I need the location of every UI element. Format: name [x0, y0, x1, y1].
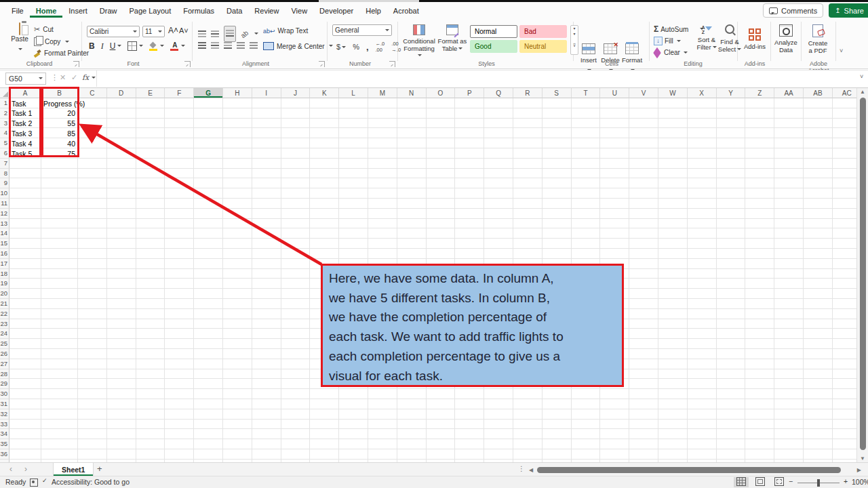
cell-B4[interactable]: 85 [41, 129, 75, 139]
orientation-button[interactable]: ab [239, 28, 250, 39]
row-header-13[interactable]: 13 [0, 219, 9, 229]
cell-B3[interactable]: 55 [41, 119, 75, 129]
cell-style-bad[interactable]: Bad [519, 25, 567, 38]
column-header-e[interactable]: E [136, 88, 165, 98]
column-header-s[interactable]: S [542, 88, 572, 98]
row-header-8[interactable]: 8 [0, 169, 9, 179]
ribbon-tab-draw[interactable]: Draw [94, 3, 123, 18]
next-sheet-icon[interactable]: › [24, 464, 27, 474]
align-left-button[interactable] [198, 42, 206, 49]
cell-A6[interactable]: Task 5 [12, 149, 32, 159]
align-right-button[interactable] [224, 42, 232, 49]
merge-center-button[interactable]: Merge & Center [263, 42, 333, 50]
format-as-table-button[interactable]: Format asTable [437, 24, 468, 52]
scroll-left-icon[interactable]: ◀ [529, 467, 533, 473]
select-all-corner[interactable] [0, 88, 9, 98]
collapse-ribbon-button[interactable]: ˅ [840, 47, 843, 54]
decrease-decimal-button[interactable]: .00→.0 [391, 41, 401, 53]
ribbon-tab-review[interactable]: Review [248, 3, 285, 18]
row-header-30[interactable]: 30 [0, 389, 9, 399]
row-header-35[interactable]: 35 [0, 439, 9, 449]
number-format-select[interactable]: General [332, 24, 392, 36]
shrink-font-button[interactable]: A˅ [179, 26, 189, 35]
format-painter-button[interactable]: Format Painter [34, 49, 89, 57]
accounting-format-button[interactable]: $ [336, 43, 346, 51]
column-header-k[interactable]: K [310, 88, 339, 98]
font-size-select[interactable]: 11 [142, 26, 165, 37]
column-header-w[interactable]: W [658, 88, 688, 98]
row-header-16[interactable]: 16 [0, 249, 9, 259]
column-header-i[interactable]: I [252, 88, 281, 98]
row-header-31[interactable]: 31 [0, 399, 9, 409]
scroll-up-icon[interactable]: ▲ [860, 89, 865, 95]
row-header-23[interactable]: 23 [0, 319, 9, 329]
column-header-n[interactable]: N [397, 88, 427, 98]
horizontal-scroll-thumb[interactable] [537, 467, 841, 473]
column-header-h[interactable]: H [223, 88, 252, 98]
row-header-36[interactable]: 36 [0, 449, 9, 460]
align-bottom-button[interactable] [224, 26, 236, 42]
increase-decimal-button[interactable]: ←.0.00 [376, 41, 385, 53]
fill-button[interactable]: ↓ Fill [654, 37, 681, 45]
row-header-15[interactable]: 15 [0, 239, 9, 249]
column-header-r[interactable]: R [513, 88, 542, 98]
find-select-button[interactable]: Find &Select [716, 24, 743, 53]
row-header-11[interactable]: 11 [0, 199, 9, 209]
align-top-button[interactable] [198, 30, 206, 38]
row-header-19[interactable]: 19 [0, 279, 9, 289]
normal-view-button[interactable] [734, 477, 749, 487]
ribbon-tab-data[interactable]: Data [220, 3, 248, 18]
column-header-aa[interactable]: AA [774, 88, 804, 98]
row-header-28[interactable]: 28 [0, 369, 9, 380]
prev-sheet-icon[interactable]: ‹ [9, 464, 12, 474]
row-header-12[interactable]: 12 [0, 209, 9, 219]
increase-indent-button[interactable] [250, 42, 258, 49]
row-header-25[interactable]: 25 [0, 339, 9, 349]
share-button[interactable]: ↥ Share [829, 3, 868, 18]
row-header-21[interactable]: 21 [0, 299, 9, 309]
sheet-tab-sheet1[interactable]: Sheet1 [53, 463, 94, 476]
ribbon-tab-page-layout[interactable]: Page Layout [123, 3, 177, 18]
row-header-33[interactable]: 33 [0, 420, 9, 430]
ribbon-tab-file[interactable]: File [5, 3, 30, 18]
column-header-ac[interactable]: AC [833, 88, 856, 98]
font-color-button[interactable]: A [170, 42, 179, 51]
cell-style-good[interactable]: Good [470, 40, 517, 53]
ribbon-tab-view[interactable]: View [285, 3, 313, 18]
row-header-18[interactable]: 18 [0, 269, 9, 279]
column-header-q[interactable]: Q [484, 88, 513, 98]
insert-function-button[interactable]: fx [82, 73, 89, 82]
horizontal-scrollbar[interactable]: ◀ ▶ [529, 466, 861, 474]
comma-style-button[interactable]: , [366, 42, 369, 52]
clipboard-dialog-launcher[interactable] [73, 61, 79, 67]
row-header-27[interactable]: 27 [0, 359, 9, 369]
cell-A1[interactable]: Task [12, 99, 26, 109]
cell-B2[interactable]: 20 [41, 108, 75, 119]
zoom-in-button[interactable]: + [844, 477, 848, 485]
borders-button[interactable] [127, 41, 137, 51]
row-header-1[interactable]: 1 [0, 98, 9, 108]
zoom-out-button[interactable]: − [789, 477, 793, 485]
row-header-20[interactable]: 20 [0, 289, 9, 299]
column-header-f[interactable]: F [165, 88, 194, 98]
cell-style-normal[interactable]: Normal [470, 25, 517, 38]
align-center-button[interactable] [211, 42, 219, 49]
add-sheet-button[interactable]: + [97, 464, 102, 474]
ribbon-tab-developer[interactable]: Developer [313, 3, 359, 18]
row-header-29[interactable]: 29 [0, 379, 9, 389]
expand-formula-bar-button[interactable]: ˅ [860, 73, 863, 80]
row-header-17[interactable]: 17 [0, 259, 9, 269]
ribbon-tab-home[interactable]: Home [30, 3, 63, 18]
clear-button[interactable]: Clear [654, 49, 688, 56]
column-header-x[interactable]: X [688, 88, 717, 98]
column-header-u[interactable]: U [600, 88, 629, 98]
row-header-34[interactable]: 34 [0, 429, 9, 439]
tab-bar-handle[interactable]: ⋮ [518, 465, 525, 472]
row-header-26[interactable]: 26 [0, 349, 9, 359]
alignment-dialog-launcher[interactable] [319, 61, 325, 67]
enter-button[interactable]: ✓ [71, 73, 77, 82]
font-name-select[interactable]: Calibri [87, 26, 140, 37]
row-header-6[interactable]: 6 [0, 148, 9, 159]
row-header-5[interactable]: 5 [0, 138, 9, 148]
cell-A2[interactable]: Task 1 [12, 108, 32, 119]
